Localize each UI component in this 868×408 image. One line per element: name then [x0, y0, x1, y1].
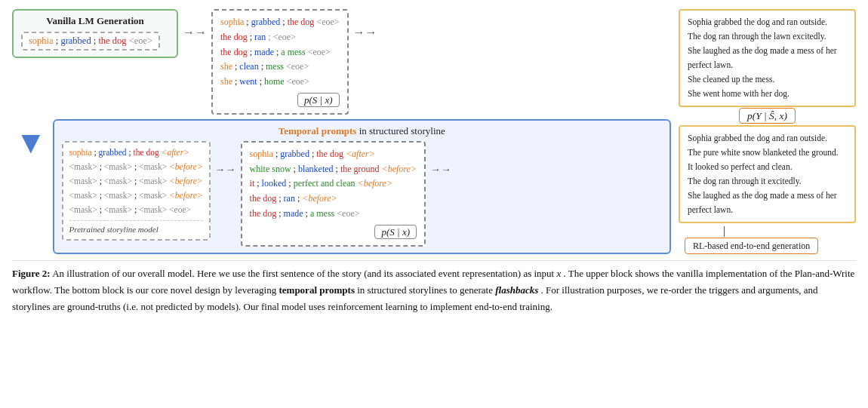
- pretrained-label: Pretrained storyline model: [69, 220, 203, 236]
- grabbed-token: grabbed: [60, 35, 91, 46]
- caption-flashbacks-italic: flashbacks: [495, 284, 538, 296]
- vstory-line2: the dog ; ran ; <eoe>: [220, 30, 340, 45]
- sophia-token: sophia: [29, 35, 54, 46]
- tstory-line5: the dog ; made ; a mess <eoe>: [250, 207, 417, 222]
- tstory-line4: the dog ; ran ; <before>: [250, 192, 417, 207]
- vanilla-row: Vanilla LM Generation sophia ; grabbed ;…: [12, 9, 671, 115]
- caption-temporal-bold: temporal prompts: [279, 284, 355, 296]
- arrow-storyline-to-output: →→: [353, 26, 377, 39]
- story1-line4: She cleaned up the mess.: [688, 72, 847, 87]
- psx-badge-bottom: p(S | x): [374, 225, 417, 239]
- temp-input-line5: <mask> ; <mask> ; <mask> <eoe>: [69, 203, 203, 217]
- temporal-title-orange: Temporal prompts: [279, 125, 357, 137]
- story1-line3: She laughed as the dog made a mess of he…: [688, 44, 847, 72]
- story2-line4: The dog ran through it excitedly.: [688, 174, 847, 189]
- arrow-vanilla-to-storyline: →→: [183, 26, 207, 39]
- temp-input-line2: <mask> ; <mask> ; <mask> <before>: [69, 160, 203, 174]
- down-arrow: ▼: [12, 119, 48, 158]
- arrow-down-row: ▼ Temporal prompts in structured storyli…: [12, 119, 671, 254]
- temporal-title: Temporal prompts in structured storyline: [62, 125, 662, 137]
- right-column: Sophia grabbed the dog and ran outside. …: [679, 9, 856, 252]
- story1-line1: Sophia grabbed the dog and ran outside.: [688, 15, 847, 29]
- temp-input-line1: sophia ; grabbed ; the dog <after>: [69, 146, 203, 160]
- story2-line3: It looked so perfect and clean.: [688, 160, 847, 174]
- rl-badge: RL-based end-to-end generation: [685, 238, 818, 254]
- rl-badge-container: RL-based end-to-end generation: [679, 240, 856, 252]
- caption-figure-label: Figure 2:: [12, 268, 51, 279]
- temporal-title-rest: in structured storyline: [359, 125, 445, 137]
- psx-badge-top: p(S | x): [297, 93, 340, 107]
- vanilla-lm-box: Vanilla LM Generation sophia ; grabbed ;…: [12, 9, 178, 58]
- main-container: Vanilla LM Generation sophia ; grabbed ;…: [12, 9, 856, 315]
- input-prompt-box: sophia ; grabbed ; the dog <eoe>: [21, 32, 160, 51]
- caption-x-italic: x: [556, 268, 561, 279]
- arrow-tstory-to-output: →→: [430, 164, 451, 176]
- story-output-2: Sophia grabbed the dog and ran outside. …: [679, 125, 856, 223]
- vstory-line1: sophia ; grabbed ; the dog <eoe>: [220, 15, 340, 30]
- pretrained-box: sophia ; grabbed ; the dog <after> <mask…: [62, 141, 211, 241]
- diagram-area: Vanilla LM Generation sophia ; grabbed ;…: [12, 9, 856, 254]
- temporal-inner: sophia ; grabbed ; the dog <after> <mask…: [62, 141, 662, 247]
- pyx-badge: p(Y | Ŝ, x): [739, 108, 796, 124]
- thedog-token: the dog: [98, 35, 126, 46]
- tstory-line2: white snow ; blanketed ; the ground <bef…: [250, 162, 417, 177]
- vanilla-storyline-box: sophia ; grabbed ; the dog <eoe> the dog…: [211, 9, 349, 115]
- story1-line5: She went home with her dog.: [688, 87, 847, 101]
- temp-input-line3: <mask> ; <mask> ; <mask> <before>: [69, 174, 203, 189]
- story-output-1: Sophia grabbed the dog and ran outside. …: [679, 9, 856, 107]
- arrow-pretrained-to-tstory: →→: [215, 164, 236, 176]
- rl-connector: [679, 226, 856, 237]
- eoe-token: <eoe>: [129, 35, 152, 46]
- tstory-line1: sophia ; grabbed ; the dog <after>: [250, 147, 417, 162]
- vstory-line5: she ; went ; home <eoe>: [220, 75, 340, 90]
- vstory-line3: the dog ; made ; a mess <eoe>: [220, 45, 340, 60]
- vanilla-title: Vanilla LM Generation: [21, 15, 169, 27]
- vstory-line4: she ; clean ; mess <eoe>: [220, 60, 340, 75]
- pyx-badge-container: p(Y | Ŝ, x): [679, 110, 856, 122]
- caption-text1: An illustration of our overall model. He…: [52, 268, 556, 279]
- temporal-storyline-box: sophia ; grabbed ; the dog <after> white…: [241, 141, 426, 247]
- story2-line1: Sophia grabbed the dog and ran outside.: [688, 131, 847, 146]
- caption-text3: in structured storylines to generate: [357, 284, 495, 296]
- story1-line2: The dog ran through the lawn excitedly.: [688, 29, 847, 44]
- tstory-line3: it ; looked ; perfect and clean <before>: [250, 176, 417, 192]
- caption-area: Figure 2: An illustration of our overall…: [12, 260, 856, 315]
- temp-input-line4: <mask> ; <mask> ; <mask> <before>: [69, 189, 203, 203]
- left-middle-area: Vanilla LM Generation sophia ; grabbed ;…: [12, 9, 671, 254]
- story2-line5: She laughed as the dog made a mess of he…: [688, 189, 847, 217]
- temporal-lm-box: Temporal prompts in structured storyline…: [53, 119, 671, 254]
- story2-line2: The pure white snow blanketed the ground…: [688, 146, 847, 160]
